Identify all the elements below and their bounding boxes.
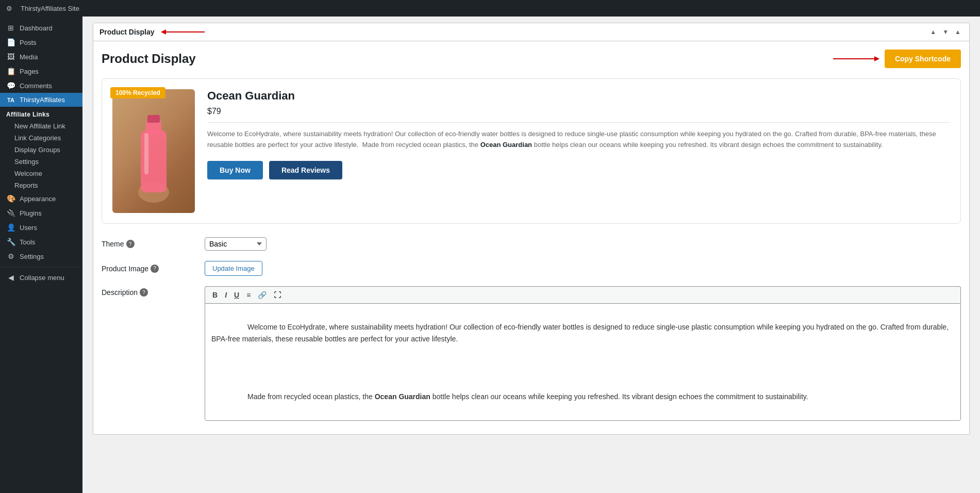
metabox-body: Product Display Copy Shortcode	[93, 41, 969, 434]
sidebar-label-pages: Pages	[20, 68, 39, 75]
title-area: Product Display	[102, 52, 196, 66]
site-name[interactable]: ThirstyAffiliates Site	[21, 5, 79, 12]
editor-toolbar: B I U ≡ 🔗 ⛶	[205, 286, 961, 303]
sidebar-label-plugins: Plugins	[20, 209, 42, 217]
sidebar-item-link-categories[interactable]: Link Categories	[0, 132, 82, 144]
wp-icon: ⚙	[6, 5, 12, 12]
description-text-2: Made from recycled ocean plastics, the O…	[247, 392, 808, 401]
sidebar-item-welcome[interactable]: Welcome	[0, 168, 82, 179]
sidebar-item-comments[interactable]: 💬 Comments	[0, 78, 82, 93]
metabox-expand-btn[interactable]: ▼	[940, 27, 951, 37]
theme-row: Theme ? Basic Modern Classic	[102, 232, 961, 256]
sidebar-label-collapse: Collapse menu	[20, 274, 64, 282]
sidebar-label-dashboard: Dashboard	[20, 24, 53, 32]
site-name-label: ThirstyAffiliates Site	[21, 5, 79, 12]
sidebar-item-tools[interactable]: 🔧 Tools	[0, 235, 82, 249]
arrow-indicator-right	[833, 56, 879, 62]
update-image-button[interactable]: Update Image	[205, 261, 262, 276]
product-form-table: Theme ? Basic Modern Classic	[102, 232, 961, 426]
sidebar-label-posts: Posts	[20, 39, 37, 46]
sidebar-divider	[0, 267, 82, 267]
product-image-help-icon[interactable]: ?	[151, 265, 159, 273]
metabox-title-area: Product Display	[99, 28, 207, 36]
sidebar-item-display-groups[interactable]: Display Groups	[0, 144, 82, 156]
sidebar-label-settings-main: Settings	[20, 253, 44, 260]
metabox-collapse-btn[interactable]: ▲	[928, 27, 938, 37]
description-row: Description ? B I U ≡	[102, 281, 961, 426]
buy-now-button[interactable]: Buy Now	[207, 161, 263, 179]
sidebar: ⊞ Dashboard 📄 Posts 🖼 Media 📋 Pages 💬 Co…	[0, 0, 82, 493]
theme-select[interactable]: Basic Modern Classic	[205, 237, 267, 251]
product-image-inner	[112, 89, 195, 213]
product-price: $79	[207, 107, 950, 116]
underline-button[interactable]: U	[232, 290, 241, 300]
sidebar-menu: ⊞ Dashboard 📄 Posts 🖼 Media 📋 Pages 💬 Co…	[0, 17, 82, 285]
media-icon: 🖼	[6, 53, 15, 61]
users-icon: 👤	[6, 223, 15, 232]
metabox-header: Product Display ▲ ▼ ▲	[93, 23, 969, 41]
collapse-icon: ◀	[6, 273, 15, 282]
description-label: Description ?	[102, 288, 205, 297]
product-display-metabox: Product Display ▲ ▼ ▲	[93, 23, 970, 435]
sidebar-item-pages[interactable]: 📋 Pages	[0, 64, 82, 78]
sidebar-label-ta: ThirstyAffiliates	[20, 96, 65, 104]
admin-bar: ⚙ ThirstyAffiliates Site	[0, 0, 980, 17]
description-editor[interactable]: Welcome to EcoHydrate, where sustainabil…	[205, 303, 961, 421]
content-area: Product Display ▲ ▼ ▲	[82, 17, 980, 449]
description-help-icon[interactable]: ?	[140, 288, 148, 297]
svg-marker-3	[874, 56, 879, 61]
tools-icon: 🔧	[6, 238, 15, 246]
product-divider	[207, 122, 950, 123]
product-buttons: Buy Now Read Reviews	[207, 161, 950, 179]
svg-marker-1	[161, 29, 166, 35]
product-image	[112, 89, 195, 213]
product-display-heading: Product Display	[102, 52, 196, 66]
sidebar-item-media[interactable]: 🖼 Media	[0, 50, 82, 64]
sidebar-label-media: Media	[20, 53, 38, 61]
sidebar-item-settings[interactable]: Settings	[0, 156, 82, 168]
sidebar-item-thirstyaffiliates[interactable]: TA ThirstyAffiliates	[0, 93, 82, 107]
sidebar-label-appearance: Appearance	[20, 195, 56, 203]
sidebar-label-comments: Comments	[20, 82, 52, 90]
affiliate-links-label: Affiliate Links	[0, 107, 82, 120]
italic-button[interactable]: I	[223, 290, 229, 300]
product-name: Ocean Guardian	[207, 89, 950, 103]
link-button[interactable]: 🔗	[256, 290, 269, 300]
sidebar-item-appearance[interactable]: 🎨 Appearance	[0, 191, 82, 206]
bold-button[interactable]: B	[210, 290, 220, 300]
metabox-close-btn[interactable]: ▲	[953, 27, 963, 37]
pages-icon: 📋	[6, 67, 15, 75]
read-reviews-button[interactable]: Read Reviews	[269, 161, 342, 179]
metabox-title-text: Product Display	[99, 28, 155, 36]
sidebar-item-collapse[interactable]: ◀ Collapse menu	[0, 270, 82, 285]
sidebar-label-tools: Tools	[20, 238, 35, 246]
product-image-row: Product Image ? Update Image	[102, 256, 961, 281]
list-button[interactable]: ≡	[244, 290, 253, 300]
svg-rect-7	[147, 115, 160, 123]
metabox-controls: ▲ ▼ ▲	[928, 27, 963, 37]
product-badge: 100% Recycled	[110, 87, 165, 98]
theme-help-icon[interactable]: ?	[126, 240, 135, 248]
sidebar-item-reports[interactable]: Reports	[0, 179, 82, 191]
sidebar-label-users: Users	[20, 224, 37, 232]
sidebar-item-plugins[interactable]: 🔌 Plugins	[0, 206, 82, 220]
copy-shortcode-area: Copy Shortcode	[833, 50, 961, 68]
wp-logo[interactable]: ⚙	[6, 5, 12, 12]
main-content: Product Display ▲ ▼ ▲	[82, 0, 980, 493]
dashboard-icon: ⊞	[6, 24, 15, 32]
sidebar-item-settings-main[interactable]: ⚙ Settings	[0, 249, 82, 264]
product-description: Welcome to EcoHydrate, where sustainabil…	[207, 129, 950, 151]
arrow-indicator-left	[161, 29, 207, 35]
description-text-1: Welcome to EcoHydrate, where sustainabil…	[211, 323, 951, 342]
posts-icon: 📄	[6, 38, 15, 46]
sidebar-item-dashboard[interactable]: ⊞ Dashboard	[0, 21, 82, 35]
copy-shortcode-button[interactable]: Copy Shortcode	[885, 50, 961, 68]
sidebar-item-posts[interactable]: 📄 Posts	[0, 35, 82, 50]
sidebar-item-users[interactable]: 👤 Users	[0, 220, 82, 235]
product-image-label: Product Image ?	[102, 265, 205, 273]
sidebar-item-new-affiliate-link[interactable]: New Affiliate Link	[0, 120, 82, 132]
product-header-row: Product Display Copy Shortcode	[102, 50, 961, 68]
expand-button[interactable]: ⛶	[272, 290, 283, 300]
product-card: 100% Recycled	[102, 78, 961, 224]
product-info: Ocean Guardian $79 Welcome to EcoHydrate…	[207, 89, 950, 179]
